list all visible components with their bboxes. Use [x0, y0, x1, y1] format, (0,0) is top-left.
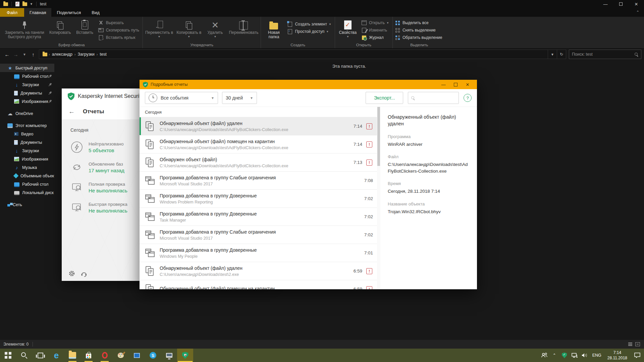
- invert-selection-button[interactable]: Обратить выделение: [393, 34, 445, 41]
- paste-shortcut-button[interactable]: Вставить ярлык: [97, 34, 142, 41]
- breadcrumb-item[interactable]: test ›: [98, 52, 109, 57]
- copy-button[interactable]: Копировать: [48, 18, 73, 35]
- sidebar-item-item[interactable]: Документы: [0, 138, 54, 146]
- qat-properties-icon[interactable]: [15, 1, 20, 7]
- close-button[interactable]: ✕: [462, 80, 474, 89]
- select-all-button[interactable]: Выделить все: [393, 19, 445, 26]
- minimize-button[interactable]: —: [598, 0, 613, 8]
- sidebar-item-item[interactable]: Локальный диск (C: [0, 188, 54, 197]
- kaspersky-tray-icon[interactable]: [559, 349, 570, 362]
- history-button[interactable]: Журнал: [360, 34, 392, 41]
- settings-gear-icon[interactable]: [68, 270, 75, 277]
- sidebar-item-item[interactable]: Изображения: [0, 155, 54, 163]
- new-item-button[interactable]: Создать элемент▼: [286, 20, 334, 28]
- search-input[interactable]: Поиск: test: [569, 50, 641, 59]
- volume-icon[interactable]: [580, 349, 590, 362]
- paste-button[interactable]: Вставить: [73, 18, 97, 35]
- network-icon[interactable]: [570, 349, 580, 362]
- taskbar-item-edge[interactable]: [48, 349, 64, 362]
- period-filter-dropdown[interactable]: 30 дней ▼: [222, 92, 257, 104]
- tray-overflow-chevron-icon[interactable]: ⌃: [549, 349, 559, 362]
- taskbar-item-start[interactable]: [0, 349, 16, 362]
- events-filter-dropdown[interactable]: Все события ▼: [145, 92, 218, 104]
- new-folder-button[interactable]: Новая папка: [262, 18, 286, 40]
- support-headset-icon[interactable]: [80, 270, 87, 277]
- taskbar-item-opera[interactable]: [97, 349, 113, 362]
- sidebar-item-item[interactable]: Видео: [0, 130, 54, 138]
- tab-home[interactable]: Главная: [24, 8, 51, 17]
- sidebar-item-item[interactable]: Загрузки: [0, 146, 54, 155]
- edit-button[interactable]: Изменить: [360, 26, 392, 34]
- address-dropdown-chevron-icon[interactable]: ▼: [548, 50, 557, 59]
- tab-share[interactable]: Поделиться: [51, 8, 86, 17]
- reports-scrollbar[interactable]: [377, 107, 380, 289]
- reports-search-input[interactable]: [408, 92, 459, 104]
- copy-path-button[interactable]: Скопировать путь: [97, 26, 142, 34]
- report-row[interactable]: Программа добавлена в группу Доверенные …: [140, 244, 377, 262]
- breadcrumb-item[interactable]: Загрузки ›: [76, 52, 98, 57]
- taskbar-item-taskview[interactable]: [32, 349, 48, 362]
- tab-file[interactable]: Файл: [0, 8, 24, 17]
- report-row[interactable]: Обнаруженный объект (файл) удален C:\Use…: [140, 262, 377, 280]
- tab-view[interactable]: Вид: [86, 8, 105, 17]
- taskbar-item-sysmon[interactable]: [161, 349, 177, 362]
- report-row[interactable]: Программа добавлена в группу Доверенные …: [140, 208, 377, 226]
- rename-button[interactable]: Переименовать: [227, 18, 260, 35]
- sidebar-item-item[interactable]: Быстрый доступ: [0, 64, 54, 72]
- cut-button[interactable]: Вырезать: [97, 19, 142, 26]
- close-button[interactable]: ✕: [629, 0, 644, 8]
- stat-value-link[interactable]: Не выполнялась: [89, 188, 127, 193]
- sidebar-item-item[interactable]: Документы: [0, 89, 54, 97]
- sidebar-item-item[interactable]: OneDrive: [0, 109, 54, 118]
- search-icon[interactable]: [635, 53, 638, 56]
- sidebar-item-item[interactable]: Рабочий стол: [0, 72, 54, 80]
- easy-access-button[interactable]: Простой доступ▼: [286, 28, 334, 35]
- ribbon-collapse-chevron-icon[interactable]: ⌃: [636, 10, 639, 14]
- taskbar-item-explorer[interactable]: [64, 349, 80, 362]
- sidebar-item-item[interactable]: Этот компьютер: [0, 121, 54, 130]
- reports-titlebar[interactable]: Подробные отчеты — ✕: [140, 80, 477, 89]
- report-row[interactable]: Обнаруженный объект (файл) удален C:\Use…: [140, 117, 377, 135]
- taskbar-item-kaspersky[interactable]: [177, 349, 193, 362]
- sidebar-item-item[interactable]: Музыка: [0, 163, 54, 172]
- sidebar-item-item[interactable]: Загрузки: [0, 80, 54, 89]
- export-button[interactable]: Экспорт...: [366, 92, 403, 104]
- sidebar-item-item[interactable]: Изображения: [0, 97, 54, 106]
- copy-to-button[interactable]: Копировать в▼: [175, 18, 203, 39]
- report-row[interactable]: Обнаружен объект (файл) C:\Users\алексан…: [140, 154, 377, 172]
- stat-value-link[interactable]: Не выполнялась: [89, 208, 127, 214]
- address-field[interactable]: › александр › Загрузки › test ›: [39, 50, 548, 59]
- forward-button[interactable]: →: [11, 50, 20, 59]
- stat-value-link[interactable]: 17 минут назад: [89, 168, 124, 173]
- language-indicator[interactable]: ENG: [590, 353, 604, 358]
- help-icon[interactable]: ?: [464, 94, 472, 102]
- restore-button[interactable]: [613, 0, 629, 8]
- clock[interactable]: 7:14 28.11.2018: [604, 350, 631, 361]
- large-icons-view-icon[interactable]: [635, 341, 641, 347]
- details-view-icon[interactable]: [627, 341, 633, 347]
- taskbar-item-paint[interactable]: [113, 349, 129, 362]
- report-row[interactable]: Программа добавлена в группу Слабые огра…: [140, 172, 377, 190]
- open-button[interactable]: Открыть▼: [360, 19, 392, 26]
- delete-button[interactable]: ✕ Удалить▼: [203, 18, 227, 39]
- taskbar-item-photos[interactable]: [129, 349, 145, 362]
- refresh-icon[interactable]: ↻: [557, 50, 566, 59]
- sidebar-item-item[interactable]: Сеть: [0, 200, 54, 209]
- taskbar-item-search[interactable]: [16, 349, 32, 362]
- people-icon[interactable]: [539, 349, 549, 362]
- scrollbar-thumb[interactable]: [377, 107, 380, 166]
- report-row[interactable]: Программа добавлена в группу Доверенные …: [140, 190, 377, 208]
- recent-locations-chevron-icon[interactable]: ▼: [20, 50, 29, 59]
- report-row[interactable]: Обнаруженный объект (файл) помещен на ка…: [140, 135, 377, 154]
- back-arrow-icon[interactable]: ←: [68, 108, 75, 115]
- properties-button[interactable]: Свойства▼: [336, 18, 360, 39]
- taskbar-item-skype[interactable]: [145, 349, 161, 362]
- report-row[interactable]: Обнаруженный объект (файл) помещен на ка…: [140, 280, 377, 289]
- back-button[interactable]: ←: [3, 50, 11, 59]
- report-row[interactable]: Программа добавлена в группу Слабые огра…: [140, 226, 377, 244]
- up-button[interactable]: ↑: [29, 50, 38, 59]
- minimize-button[interactable]: —: [437, 80, 449, 89]
- select-none-button[interactable]: Снять выделение: [393, 26, 445, 34]
- maximize-button[interactable]: [449, 80, 462, 89]
- action-center-icon[interactable]: [631, 349, 644, 362]
